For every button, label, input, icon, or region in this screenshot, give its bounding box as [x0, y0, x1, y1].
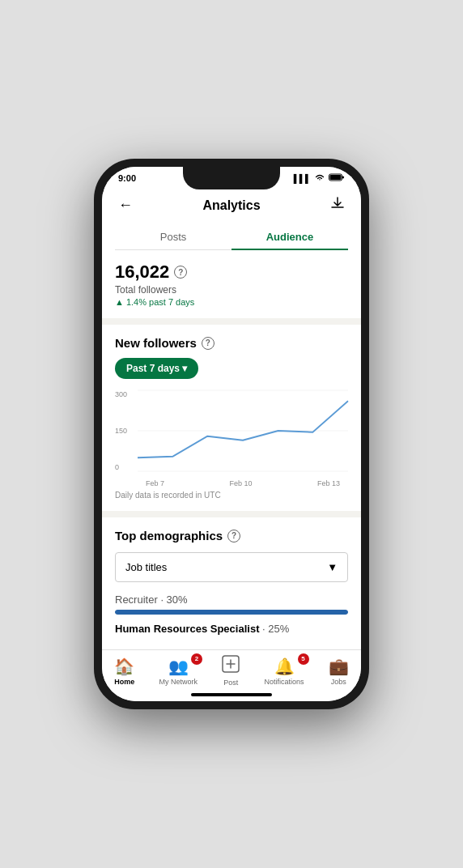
post-label: Post: [223, 679, 238, 687]
x-label-feb10: Feb 10: [229, 479, 252, 487]
new-followers-title: New followers ?: [115, 336, 348, 350]
svg-rect-2: [330, 175, 342, 180]
demographics-dropdown[interactable]: Job titles ▼: [115, 552, 348, 582]
demo-label-recruiter: Recruiter · 30%: [115, 594, 348, 606]
total-followers-help-icon[interactable]: ?: [174, 266, 187, 279]
signal-icon: ▌▌▌: [294, 174, 311, 183]
nav-row: ← Analytics: [115, 193, 348, 218]
chart-note: Daily data is recorded in UTC: [115, 491, 348, 500]
total-followers-section: 16,022 ? Total followers ▲ 1.4% past 7 d…: [102, 250, 361, 318]
top-bar: ← Analytics Posts Audience: [102, 186, 361, 250]
jobs-label: Jobs: [331, 678, 346, 686]
chevron-down-icon: ▼: [327, 561, 338, 573]
status-bar: 9:00 ▌▌▌: [102, 167, 361, 186]
content-area: ← Analytics Posts Audience: [102, 186, 361, 649]
y-label-150: 150: [115, 427, 127, 435]
phone-frame: 9:00 ▌▌▌: [94, 159, 369, 709]
nav-item-jobs[interactable]: 💼 Jobs: [329, 657, 349, 686]
battery-icon: [329, 173, 345, 183]
chart-y-labels: 300 150 0: [115, 390, 127, 487]
status-time: 9:00: [118, 173, 136, 183]
home-label: Home: [114, 678, 134, 686]
demo-bar-fill-recruiter: [115, 610, 348, 615]
home-indicator: [191, 693, 272, 696]
nav-item-post[interactable]: Post: [222, 655, 240, 687]
home-bar: [102, 693, 361, 701]
demographics-title: Top demographics ?: [115, 529, 348, 542]
wifi-icon: [314, 173, 325, 183]
demographics-section: Top demographics ? Job titles ▼ Recruite…: [102, 517, 361, 649]
demo-item-recruiter: Recruiter · 30%: [115, 594, 348, 615]
notifications-icon: 🔔: [274, 657, 295, 676]
y-label-0: 0: [115, 463, 127, 471]
nav-item-notifications[interactable]: 🔔 5 Notifications: [265, 657, 304, 686]
tab-posts[interactable]: Posts: [115, 224, 232, 249]
notifications-badge: 5: [298, 653, 309, 665]
new-followers-help-icon[interactable]: ?: [202, 337, 215, 350]
phone-screen: 9:00 ▌▌▌: [102, 167, 361, 701]
demo-label-hr-specialist: Human Resources Specialist · 25%: [115, 623, 348, 635]
page-title: Analytics: [202, 198, 260, 213]
network-label: My Network: [159, 678, 198, 686]
network-icon: 👥: [168, 657, 189, 676]
tab-audience[interactable]: Audience: [232, 224, 348, 249]
home-icon: 🏠: [114, 657, 134, 676]
demo-item-hr-specialist: Human Resources Specialist · 25%: [115, 623, 348, 635]
back-button[interactable]: ←: [115, 194, 136, 217]
nav-item-network[interactable]: 👥 2 My Network: [159, 657, 198, 686]
followers-growth: ▲ 1.4% past 7 days: [115, 297, 348, 307]
y-label-300: 300: [115, 390, 127, 398]
followers-label: Total followers: [115, 284, 348, 296]
notifications-label: Notifications: [265, 678, 304, 686]
demo-bar-track-recruiter: [115, 610, 348, 615]
notch: [183, 167, 280, 189]
time-filter-button[interactable]: Past 7 days ▾: [115, 358, 198, 379]
status-icons: ▌▌▌: [294, 173, 345, 183]
nav-item-home[interactable]: 🏠 Home: [114, 657, 134, 686]
download-button[interactable]: [327, 193, 348, 218]
demographics-help-icon[interactable]: ?: [227, 530, 240, 542]
line-chart: [138, 390, 348, 471]
jobs-icon: 💼: [329, 657, 349, 676]
x-label-feb13: Feb 13: [317, 479, 340, 487]
svg-rect-1: [342, 177, 344, 179]
new-followers-section: New followers ? Past 7 days ▾ 300 150 0: [102, 325, 361, 511]
bottom-nav: 🏠 Home 👥 2 My Network Post 🔔: [102, 649, 361, 693]
x-label-feb7: Feb 7: [146, 479, 164, 487]
followers-count: 16,022 ?: [115, 262, 348, 283]
chart-x-labels: Feb 7 Feb 10 Feb 13: [138, 479, 348, 487]
chart-container: 300 150 0: [115, 390, 348, 487]
tabs-row: Posts Audience: [115, 224, 348, 250]
network-badge: 2: [191, 653, 202, 665]
post-icon: [222, 655, 240, 677]
chart-svg-area: [138, 390, 348, 471]
